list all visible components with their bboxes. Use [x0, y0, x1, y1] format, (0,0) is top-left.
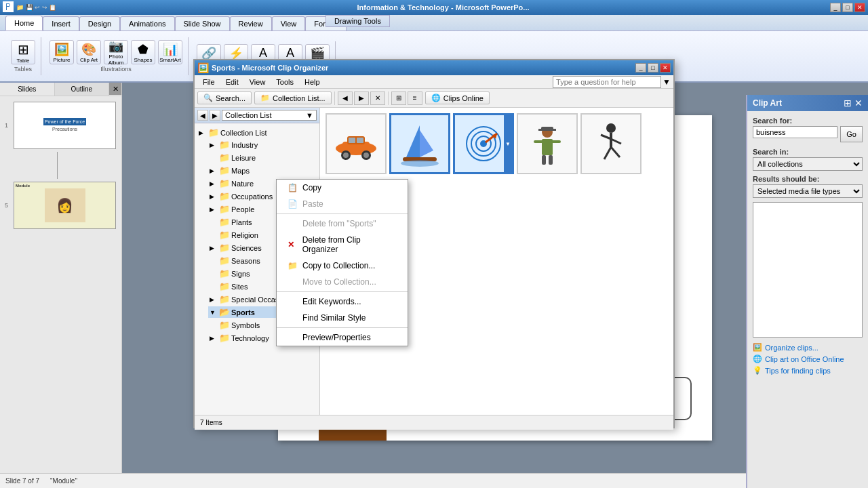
clip-thumb-fighter[interactable] [517, 113, 578, 174]
back-icon[interactable]: ◀ [338, 92, 353, 105]
illustrations-label: Illustrations [100, 66, 132, 73]
clip-thumb-car[interactable] [326, 113, 387, 174]
table-icon[interactable]: ⊞ Table [11, 40, 35, 64]
help-dropdown[interactable]: ▼ [663, 77, 671, 87]
clip-menu-help[interactable]: Help [299, 77, 326, 87]
organize-icon: 🖼️ [753, 343, 762, 352]
fighter-svg [524, 120, 571, 167]
search-input[interactable] [753, 126, 837, 138]
tab-home[interactable]: Home [5, 16, 43, 30]
svg-rect-21 [542, 155, 546, 165]
shapes-icon[interactable]: ⬟Shapes [131, 40, 155, 64]
clips-online-btn[interactable]: 🌐 Clips Online [425, 92, 490, 104]
svg-marker-9 [406, 125, 420, 157]
tree-root-row[interactable]: ▶ 📁 Collection List [197, 127, 317, 138]
clip-thumb-sailboat[interactable] [389, 113, 450, 174]
technology-folder-icon: 📁 [219, 333, 230, 343]
svg-rect-22 [549, 155, 553, 165]
car-svg [332, 120, 380, 167]
clipart-close-icon[interactable]: ✕ [854, 98, 863, 108]
clip-window-controls[interactable]: _ □ ✕ [635, 63, 671, 73]
signs-label: Signs [231, 270, 250, 278]
tab-insert[interactable]: Insert [43, 16, 79, 30]
picture-icon[interactable]: 🖼️Picture [50, 40, 74, 64]
results-select[interactable]: Selected media file types [753, 184, 863, 198]
sports-label: Sports [231, 308, 255, 317]
photo-album-icon[interactable]: 📷PhotoAlbum [104, 40, 128, 64]
close-slides-panel[interactable]: ✕ [109, 83, 121, 95]
clip-menu-file[interactable]: File [197, 77, 220, 87]
clip-menu-edit[interactable]: Edit [220, 77, 244, 87]
sailboat-svg [396, 120, 443, 167]
clip-menu-view[interactable]: View [244, 77, 271, 87]
collection-list-btn[interactable]: 📁 Collection List... [254, 92, 332, 104]
paste-icon: 📄 [288, 199, 298, 209]
window-controls[interactable]: _ □ ✕ [830, 3, 865, 12]
clip-thumb-target[interactable]: ▼ [453, 113, 514, 174]
ctx-edit-keywords[interactable]: Edit Keywords... [277, 293, 408, 310]
people-folder-icon: 📁 [219, 204, 230, 214]
clip-maximize[interactable]: □ [648, 63, 658, 73]
grid-view-icon[interactable]: ⊞ [391, 92, 406, 105]
people-label: People [231, 205, 254, 214]
maximize-button[interactable]: □ [842, 3, 853, 12]
online-icon: 🌐 [753, 354, 762, 363]
svg-line-31 [604, 147, 611, 159]
clip-menu-tools[interactable]: Tools [271, 77, 299, 87]
illustrations-group: 🖼️Picture 🎨Clip Art 📷PhotoAlbum ⬟Shapes … [44, 37, 189, 75]
ctx-copy-collection[interactable]: 📁 Copy to Collection... [277, 258, 408, 274]
tips-link[interactable]: 💡 Tips for finding clips [753, 366, 863, 375]
ctx-find-similar[interactable]: Find Similar Style [277, 310, 408, 326]
tree-nav-prev[interactable]: ◀ [197, 110, 208, 121]
forward-icon[interactable]: ▶ [354, 92, 369, 105]
clip-close[interactable]: ✕ [660, 63, 671, 73]
help-input[interactable] [553, 76, 661, 88]
slide-thumb-1[interactable]: 1 Power of the Force Precautions [14, 102, 116, 149]
ctx-delete-organizer[interactable]: ✕ Delete from Clip Organizer [277, 232, 408, 258]
clipart-expand-icon[interactable]: ⊞ [844, 98, 852, 108]
clipart-panel-header: Clip Art ⊞ ✕ [747, 95, 868, 111]
tab-animations[interactable]: Animations [120, 16, 174, 30]
clipart-icon[interactable]: 🎨Clip Art [77, 40, 101, 64]
organize-clips-link[interactable]: 🖼️ Organize clips... [753, 343, 863, 352]
expand-root[interactable]: ▶ [199, 129, 207, 136]
tab-design[interactable]: Design [79, 16, 120, 30]
collection-label: Collection List [225, 111, 271, 119]
svg-marker-10 [420, 130, 433, 157]
tab-outline[interactable]: Outline [55, 83, 110, 96]
thumb-menu-arrow[interactable]: ▼ [504, 115, 512, 172]
ctx-copy[interactable]: 📋 Copy [277, 180, 408, 196]
tab-slideshow[interactable]: Slide Show [175, 16, 230, 30]
copy-coll-icon: 📁 [288, 261, 298, 270]
smartart-icon[interactable]: 📊SmartArt [158, 40, 182, 64]
sciences-label: Sciences [231, 244, 262, 252]
ctx-move-collection: Move to Collection... [277, 274, 408, 290]
ctx-preview[interactable]: Preview/Properties [277, 329, 408, 346]
clip-minimize[interactable]: _ [635, 63, 646, 73]
list-view-icon[interactable]: ≡ [408, 92, 422, 105]
clip-thumb-runner[interactable] [580, 113, 642, 174]
tree-nav-next[interactable]: ▶ [210, 110, 220, 121]
slide-thumb-5[interactable]: 5 Module 👩 [14, 182, 116, 229]
tab-slides[interactable]: Slides [0, 83, 55, 96]
close-toolbar-icon[interactable]: ✕ [370, 92, 385, 105]
sports-folder-icon: 📂 [219, 307, 230, 317]
seasons-label: Seasons [231, 257, 260, 265]
search-btn[interactable]: 🔍 Search... [197, 92, 252, 104]
table-group: ⊞ Table Tables [5, 37, 41, 75]
search-in-label: Search in: [753, 148, 863, 156]
drawing-tools-tab[interactable]: Drawing Tools [326, 15, 390, 27]
technology-label: Technology [231, 334, 269, 342]
office-online-link[interactable]: 🌐 Clip art on Office Online [753, 354, 863, 363]
search-in-select[interactable]: All collections [753, 157, 863, 171]
clip-status-bar: 7 Items [195, 415, 673, 430]
minimize-button[interactable]: _ [830, 3, 841, 12]
collection-dropdown[interactable]: Collection List ▼ [222, 110, 317, 121]
leisure-label: Leisure [231, 154, 256, 162]
items-count: 7 Items [200, 419, 222, 426]
close-button[interactable]: ✕ [854, 3, 865, 12]
tab-view[interactable]: View [272, 16, 306, 30]
tab-review[interactable]: Review [230, 16, 272, 30]
go-button[interactable]: Go [840, 126, 863, 142]
clip-menu-bar: File Edit View Tools Help ▼ [195, 75, 673, 89]
